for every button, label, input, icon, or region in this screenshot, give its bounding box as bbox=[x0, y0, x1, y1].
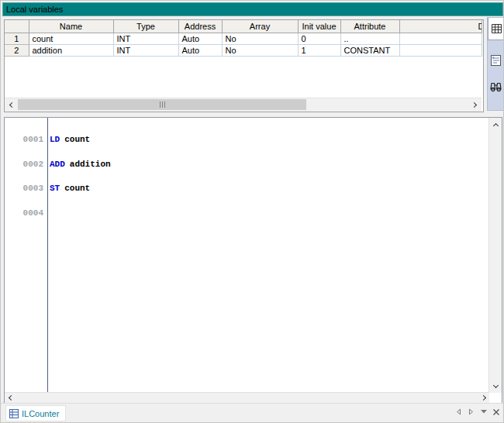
col-header-address[interactable]: Address bbox=[178, 20, 222, 33]
code-line[interactable]: 0001LDcount bbox=[5, 136, 488, 144]
editor-scroll-down-button[interactable] bbox=[489, 380, 502, 392]
il-operand: count bbox=[64, 135, 90, 144]
cell-extra[interactable] bbox=[399, 45, 482, 57]
il-operand: addition bbox=[70, 160, 111, 169]
cell-name[interactable]: addition bbox=[29, 45, 113, 57]
find-button[interactable] bbox=[488, 77, 503, 96]
editor-scroll-left-button[interactable] bbox=[5, 393, 16, 402]
scroll-tabs-right-button[interactable] bbox=[467, 407, 475, 417]
tab-ilcounter[interactable]: ILCounter bbox=[5, 405, 66, 421]
chevron-left-icon bbox=[8, 394, 13, 400]
table-scroll-left-button[interactable] bbox=[5, 98, 18, 111]
cell-name[interactable]: count bbox=[29, 33, 113, 45]
editor-scroll-up-button[interactable] bbox=[489, 119, 502, 131]
table-header-row: Name Type Address Array Init value Attri… bbox=[5, 20, 482, 33]
cell-attribute[interactable]: .. bbox=[340, 33, 399, 45]
col-header-name[interactable]: Name bbox=[29, 20, 113, 33]
il-program-icon bbox=[9, 409, 19, 418]
tab-nav-controls bbox=[454, 407, 500, 417]
col-header-overflow[interactable]: D bbox=[399, 20, 482, 33]
cell-array[interactable]: No bbox=[222, 33, 298, 45]
col-header-overflow-text: D bbox=[478, 22, 482, 31]
report-view-button[interactable] bbox=[488, 52, 503, 69]
local-variables-panel: Name Type Address Array Init value Attri… bbox=[4, 19, 484, 112]
cell-type[interactable]: INT bbox=[113, 45, 178, 57]
cell-type[interactable]: INT bbox=[113, 33, 178, 45]
editor-vscrollbar[interactable] bbox=[488, 118, 502, 393]
col-header-rownum[interactable] bbox=[5, 20, 29, 33]
variable-row: 1 count INT Auto No 0 .. bbox=[5, 33, 482, 45]
col-header-attribute[interactable]: Attribute bbox=[340, 20, 399, 33]
editor-hscrollbar[interactable] bbox=[5, 392, 489, 403]
cell-init-value[interactable]: 1 bbox=[298, 45, 340, 57]
tab-list-dropdown-button[interactable] bbox=[479, 407, 488, 417]
ide-window: Local variables Name Type Address Array … bbox=[0, 0, 504, 423]
variables-table: Name Type Address Array Init value Attri… bbox=[5, 20, 482, 57]
table-hscroll-thumb[interactable] bbox=[18, 99, 306, 110]
col-header-array[interactable]: Array bbox=[222, 20, 298, 33]
cell-address[interactable]: Auto bbox=[178, 45, 222, 57]
document-icon bbox=[490, 54, 502, 67]
variable-row: 2 addition INT Auto No 1 CONSTANT bbox=[5, 45, 482, 57]
editor-tab-bar: ILCounter bbox=[1, 403, 503, 422]
cell-attribute[interactable]: CONSTANT bbox=[340, 45, 399, 57]
code-area[interactable]: 0001LDcount 0002ADDaddition 0003STcount … bbox=[5, 119, 488, 233]
binoculars-icon bbox=[489, 82, 502, 92]
grid-view-button[interactable] bbox=[488, 18, 504, 40]
line-number: 0003 bbox=[5, 184, 43, 193]
side-toolbar bbox=[487, 17, 504, 111]
line-number: 0001 bbox=[5, 136, 43, 144]
close-icon bbox=[492, 408, 500, 416]
row-number-cell[interactable]: 2 bbox=[5, 45, 29, 57]
il-keyword: LD bbox=[50, 135, 60, 144]
cell-address[interactable]: Auto bbox=[178, 33, 222, 45]
line-number: 0002 bbox=[5, 160, 43, 169]
tab-label: ILCounter bbox=[22, 409, 59, 418]
grid-icon bbox=[492, 24, 502, 33]
local-variables-titlebar[interactable]: Local variables bbox=[2, 2, 503, 16]
chevron-right-icon bbox=[480, 394, 485, 400]
triangle-right-icon bbox=[468, 408, 474, 415]
chevron-up-icon bbox=[492, 122, 498, 128]
col-header-type[interactable]: Type bbox=[113, 20, 178, 33]
row-number-cell[interactable]: 1 bbox=[5, 33, 29, 45]
cell-extra[interactable] bbox=[399, 33, 482, 45]
il-keyword: ADD bbox=[50, 160, 65, 169]
chevron-right-icon bbox=[471, 101, 477, 107]
scroll-tabs-left-button[interactable] bbox=[454, 407, 463, 417]
line-number: 0004 bbox=[5, 209, 43, 218]
triangle-down-icon bbox=[481, 410, 487, 414]
code-line[interactable]: 0003STcount bbox=[5, 184, 488, 193]
code-line[interactable]: 0004 bbox=[5, 209, 488, 218]
il-keyword: ST bbox=[50, 184, 60, 193]
il-operand: count bbox=[64, 184, 90, 193]
triangle-left-icon bbox=[456, 408, 461, 415]
chevron-down-icon bbox=[492, 382, 498, 387]
il-code-editor[interactable]: 0001LDcount 0002ADDaddition 0003STcount … bbox=[4, 117, 502, 404]
cell-array[interactable]: No bbox=[222, 45, 298, 57]
code-line[interactable]: 0002ADDaddition bbox=[5, 160, 488, 169]
close-tab-button[interactable] bbox=[492, 407, 500, 417]
cell-init-value[interactable]: 0 bbox=[298, 33, 340, 45]
table-hscrollbar[interactable] bbox=[5, 98, 482, 112]
scroll-grip-icon bbox=[162, 101, 163, 108]
editor-scroll-right-button[interactable] bbox=[478, 393, 489, 402]
col-header-init-value[interactable]: Init value bbox=[298, 20, 340, 33]
table-scroll-right-button[interactable] bbox=[468, 98, 482, 111]
chevron-left-icon bbox=[9, 101, 15, 107]
